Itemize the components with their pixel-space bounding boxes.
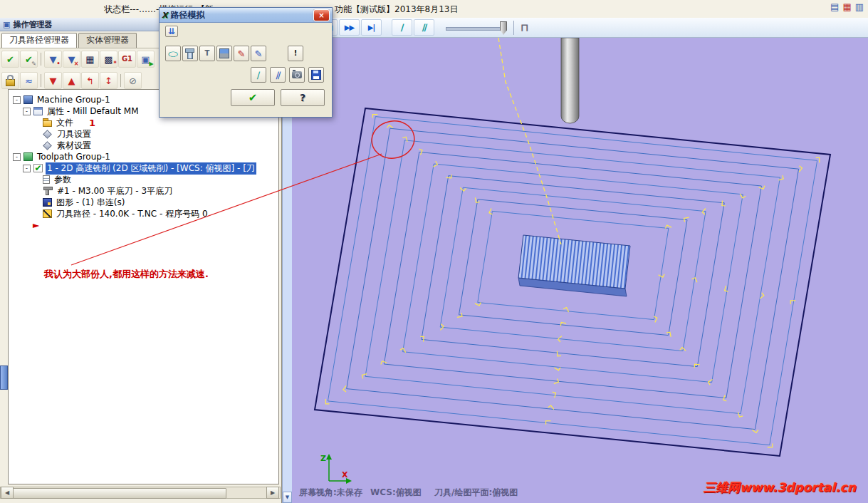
tree-item-geometry[interactable]: 图形 - (1) 串连(s) bbox=[9, 197, 278, 208]
regen-all-icon-badge: * bbox=[113, 61, 116, 67]
regen-selected-button[interactable]: ▦ bbox=[81, 51, 99, 68]
tree-item-tool-settings[interactable]: 刀具设置 bbox=[9, 128, 278, 140]
scroll-right-icon[interactable]: ▶ bbox=[266, 487, 279, 499]
backplot-slash-icon: ∕ bbox=[401, 23, 404, 32]
show-rapid-button[interactable] bbox=[216, 46, 232, 61]
tree-item-stock-settings[interactable]: 素材设置 bbox=[9, 140, 278, 151]
backplot-hatch-icon: ∕∕ bbox=[422, 23, 427, 32]
move-down-button[interactable]: ▼ bbox=[44, 72, 62, 89]
window-grid-icon[interactable]: ▤ bbox=[830, 2, 839, 11]
slider-track bbox=[446, 27, 507, 31]
tree-item-tool[interactable]: #1 - M3.00 平底刀 - 3平底刀 bbox=[9, 185, 278, 197]
dialog-icon: X bbox=[162, 11, 167, 20]
filter-off-icon: ▼× bbox=[68, 55, 75, 64]
select-all-button[interactable]: ✔ bbox=[1, 51, 19, 68]
tab-solids-manager[interactable]: 实体管理器 bbox=[78, 33, 137, 48]
docked-panel-tab[interactable] bbox=[0, 365, 8, 390]
verify-icon-badge: ▶ bbox=[149, 61, 153, 67]
snapshot-icon bbox=[292, 71, 302, 78]
scroll-left-icon[interactable]: ◀ bbox=[1, 487, 14, 499]
panel-icon: ▣ bbox=[3, 21, 10, 28]
regen-all-icon: ▩* bbox=[104, 55, 113, 64]
trace-mode-icon: ✎ bbox=[238, 49, 246, 58]
filter-icon: ▼• bbox=[50, 55, 57, 64]
backplot-hatch-button[interactable]: ∕∕ bbox=[414, 19, 434, 36]
tree-expander-icon[interactable]: - bbox=[23, 108, 31, 115]
hatch-display-button[interactable]: ∕∕ bbox=[270, 67, 286, 83]
scroll-down-icon[interactable]: ▼ bbox=[283, 492, 292, 503]
toolpath-viewport[interactable]: Z X 屏幕视角:未保存 WCS:俯视图 刀具/绘图平面:俯视图 三维网www.… bbox=[292, 38, 868, 503]
tree-item-parameters[interactable]: 参数 bbox=[9, 174, 278, 185]
insert-return-icon: ↰ bbox=[86, 76, 94, 85]
details-button[interactable]: ! bbox=[288, 46, 303, 61]
expand-options-button[interactable]: ⇊ bbox=[165, 26, 178, 37]
dialog-title: 路径模拟 bbox=[170, 9, 310, 21]
parameters-icon bbox=[43, 175, 50, 184]
regen-all-button[interactable]: ▩* bbox=[100, 51, 117, 68]
tree-label: 刀具设置 bbox=[56, 128, 93, 140]
tree-expander-icon[interactable]: - bbox=[13, 153, 21, 161]
g1-post-button[interactable]: G1 bbox=[118, 51, 136, 68]
machine-group-icon bbox=[23, 95, 33, 104]
tree-item-toolpath-group[interactable]: -Toolpath Group-1 bbox=[9, 151, 278, 162]
trace-mode-button[interactable]: ✎ bbox=[234, 46, 249, 61]
go-end-icon: ▶| bbox=[368, 24, 375, 31]
clamp-icon[interactable]: ⊓ bbox=[521, 21, 529, 34]
hatch-display-icon: ∕∕ bbox=[276, 71, 280, 80]
tree-item-insert-position[interactable]: ► bbox=[9, 219, 278, 231]
speed-slider[interactable] bbox=[446, 21, 507, 35]
tab-toolpath-manager[interactable]: 刀具路径管理器 bbox=[1, 33, 77, 48]
close-button[interactable]: × bbox=[313, 9, 330, 21]
no-display-button[interactable]: ⊘ bbox=[124, 72, 142, 89]
backplot-slash-button[interactable]: ∕ bbox=[392, 19, 412, 36]
loop-mode-button[interactable]: ◯ bbox=[165, 46, 181, 61]
slash-display-button[interactable]: ∕ bbox=[251, 67, 266, 83]
go-end-button[interactable]: ▶| bbox=[361, 19, 382, 36]
stock-settings-icon bbox=[43, 141, 52, 150]
window-layout-icon[interactable]: ▥ bbox=[855, 2, 864, 11]
show-holder-button[interactable]: T bbox=[199, 46, 215, 61]
play-button[interactable]: ▶▶ bbox=[339, 19, 360, 36]
tree-item-toolpath[interactable]: 刀具路径 - 140.0K - T.NC - 程序号码 0 bbox=[9, 208, 278, 219]
horizontal-scrollbar[interactable]: ◀ ▶ bbox=[0, 487, 281, 499]
chevron-double-down-icon: ⇊ bbox=[168, 26, 175, 36]
snapshot-button[interactable] bbox=[289, 67, 305, 83]
filter-button[interactable]: ▼• bbox=[44, 51, 62, 68]
lock-button[interactable] bbox=[1, 72, 19, 89]
ok-button[interactable]: ✔ bbox=[231, 89, 275, 106]
dialog-titlebar[interactable]: X 路径模拟 × bbox=[160, 8, 332, 23]
scroll-insert-button[interactable]: ↕ bbox=[100, 72, 117, 89]
retract-mark bbox=[738, 411, 743, 417]
tree-label: 1 - 2D 高速铣削 (2D 区域铣削) - [WCS: 俯视图] - [刀 bbox=[46, 162, 256, 175]
insert-return-button[interactable]: ↰ bbox=[81, 72, 99, 89]
tree-expander-icon[interactable]: - bbox=[13, 96, 21, 104]
tree-item-operation-1[interactable]: -✔1 - 2D 高速铣削 (2D 区域铣削) - [WCS: 俯视图] - [… bbox=[9, 162, 278, 174]
verify-button[interactable]: ▣▶ bbox=[137, 51, 155, 68]
toggle-display-button[interactable]: ≈ bbox=[20, 72, 38, 89]
draw-mode-icon: ✎ bbox=[255, 49, 263, 58]
horizontal-scroll-thumb[interactable] bbox=[13, 488, 226, 499]
save-path-button[interactable] bbox=[308, 67, 324, 83]
select-all-icon: ✔ bbox=[6, 55, 14, 64]
loop-mode-icon: ◯ bbox=[168, 51, 179, 56]
show-tool-button[interactable] bbox=[182, 46, 198, 61]
status-screen-view: 屏幕视角:未保存 bbox=[299, 487, 362, 499]
folder-icon bbox=[43, 120, 52, 127]
operation-check-icon: ✔ bbox=[33, 164, 43, 172]
filter-off-button[interactable]: ▼× bbox=[63, 51, 80, 68]
user-annotation-text: 我认为大部份人,都用这样的方法来减速. bbox=[44, 268, 209, 281]
top-right-toolbar: ▤▦▥ bbox=[830, 2, 864, 11]
draw-mode-button[interactable]: ✎ bbox=[251, 46, 266, 61]
tree-label: 文件 bbox=[55, 117, 75, 129]
tree-expander-icon[interactable]: - bbox=[23, 165, 31, 172]
select-edit-button[interactable]: ✔✎ bbox=[20, 51, 38, 68]
status-wcs: WCS:俯视图 bbox=[370, 487, 422, 499]
help-button[interactable]: ? bbox=[281, 89, 325, 106]
window-split-icon[interactable]: ▦ bbox=[842, 2, 851, 11]
tree-label: 参数 bbox=[53, 174, 73, 186]
slider-thumb[interactable] bbox=[500, 21, 507, 35]
move-up-button[interactable]: ▲ bbox=[63, 72, 80, 89]
tree-item-files[interactable]: 文件1 bbox=[9, 117, 278, 128]
no-display-icon: ⊘ bbox=[129, 76, 137, 85]
application-window: 状态栏---……-模拟运行-【新 功能【测试版】2013年8月13日 ▤▦▥ ▣… bbox=[0, 0, 868, 503]
